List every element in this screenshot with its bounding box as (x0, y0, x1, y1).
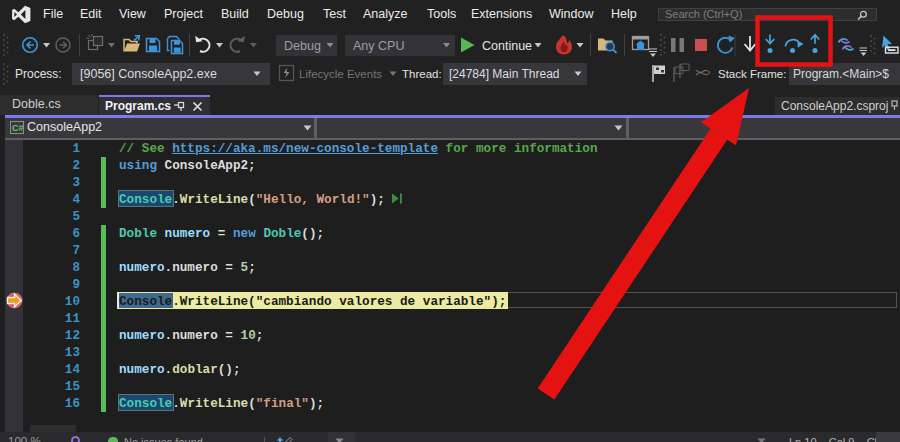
svg-text:Program.<Main>$: Program.<Main>$ (793, 67, 889, 81)
svg-text:Stack Frame:: Stack Frame: (718, 68, 786, 80)
svg-text:Any CPU: Any CPU (353, 39, 404, 53)
svg-text:Thread:: Thread: (402, 68, 442, 80)
svg-text:Lifecycle Events: Lifecycle Events (299, 68, 382, 80)
svg-text:Process:: Process: (15, 67, 62, 81)
svg-text:Continue: Continue (482, 39, 532, 53)
svg-text:Debug: Debug (284, 39, 321, 53)
svg-text:[24784] Main Thread: [24784] Main Thread (449, 67, 560, 81)
svg-text:[9056] ConsoleApp2.exe: [9056] ConsoleApp2.exe (80, 67, 217, 81)
